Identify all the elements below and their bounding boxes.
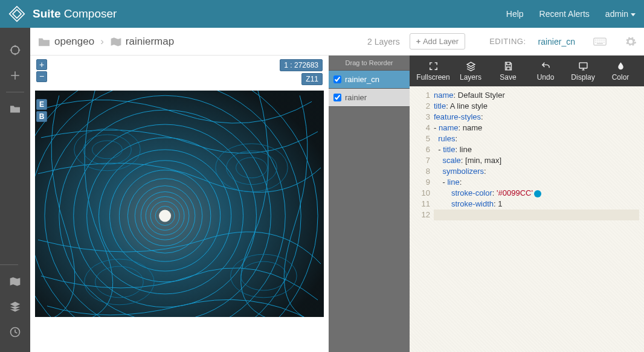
- map-controls-tr: 1 : 272683 Z11: [280, 59, 323, 87]
- crumb-map[interactable]: rainiermap: [126, 36, 174, 48]
- layer-item[interactable]: rainier_cn: [329, 71, 410, 89]
- undo-button[interactable]: Undo: [527, 61, 564, 82]
- color-button[interactable]: Color: [602, 61, 639, 82]
- zoom-out-button[interactable]: −: [36, 71, 47, 82]
- fullscreen-button[interactable]: Fullscreen: [414, 61, 452, 82]
- rail-add-icon[interactable]: [0, 63, 30, 88]
- left-rail: [0, 28, 30, 352]
- folder-icon: [37, 36, 51, 47]
- rail-history-icon[interactable]: [0, 319, 30, 345]
- svg-rect-6: [35, 91, 324, 317]
- display-button[interactable]: Display: [564, 61, 602, 82]
- crumb-workspace[interactable]: opengeo: [54, 36, 94, 48]
- nav-recent-alerts[interactable]: Recent Alerts: [539, 9, 590, 19]
- rail-target-icon[interactable]: [0, 37, 30, 63]
- editing-value: rainier_cn: [538, 37, 575, 46]
- rail-map-icon[interactable]: [0, 269, 30, 294]
- breadcrumb-bar: opengeo › rainiermap 2 Layers + Add Laye…: [30, 28, 644, 56]
- code-editor[interactable]: 123456789101112 name: Default Stylertitl…: [410, 86, 644, 352]
- save-button[interactable]: Save: [489, 61, 527, 82]
- layers-button[interactable]: Layers: [452, 61, 489, 82]
- editor-panel: Fullscreen Layers Save Undo Display Colo…: [410, 56, 644, 352]
- rail-layers-icon[interactable]: [0, 294, 30, 319]
- svg-rect-4: [594, 38, 606, 45]
- add-layer-button[interactable]: + Add Layer: [410, 33, 465, 50]
- map-panel: + − E B 1 : 272683 Z11: [30, 56, 329, 352]
- main-columns: + − E B 1 : 272683 Z11: [30, 56, 644, 352]
- app-logo-icon: [8, 5, 25, 22]
- scale-badge: 1 : 272683: [280, 59, 323, 71]
- zoom-badge: Z11: [301, 73, 323, 85]
- map-canvas[interactable]: [35, 91, 324, 317]
- map-controls-tl: + − E B: [36, 59, 47, 122]
- editing-label: EDITING:: [489, 37, 526, 46]
- svg-point-33: [159, 210, 171, 222]
- zoom-in-button[interactable]: +: [36, 59, 47, 70]
- gear-icon[interactable]: [625, 36, 637, 48]
- layer-checkbox[interactable]: [333, 75, 341, 83]
- svg-marker-0: [10, 7, 25, 22]
- map-e-button[interactable]: E: [36, 99, 47, 110]
- color-swatch[interactable]: [534, 190, 541, 197]
- layer-label: rainier_cn: [345, 75, 379, 84]
- rail-folder-icon[interactable]: [0, 96, 30, 121]
- svg-rect-34: [579, 62, 587, 68]
- app-title: Suite Composer: [33, 7, 117, 21]
- topbar: Suite Composer Help Recent Alerts admin: [0, 0, 644, 28]
- svg-point-2: [11, 46, 19, 54]
- caret-down-icon: [631, 13, 636, 16]
- layer-label: rainier: [345, 93, 367, 102]
- svg-marker-1: [13, 10, 21, 18]
- map-icon: [110, 36, 122, 47]
- layer-item[interactable]: rainier: [329, 89, 410, 107]
- layers-reorder-header: Drag to Reorder: [329, 56, 410, 71]
- map-b-button[interactable]: B: [36, 111, 47, 122]
- crumb-sep: ›: [100, 36, 104, 48]
- layer-checkbox[interactable]: [333, 94, 341, 101]
- nav-user-menu[interactable]: admin: [605, 9, 636, 19]
- layers-reorder-panel: Drag to Reorder rainier_cnrainier: [329, 56, 410, 352]
- keyboard-icon[interactable]: [593, 37, 607, 46]
- layers-count: 2 Layers: [367, 37, 400, 46]
- nav-help[interactable]: Help: [506, 9, 524, 19]
- editor-toolbar: Fullscreen Layers Save Undo Display Colo…: [410, 56, 644, 86]
